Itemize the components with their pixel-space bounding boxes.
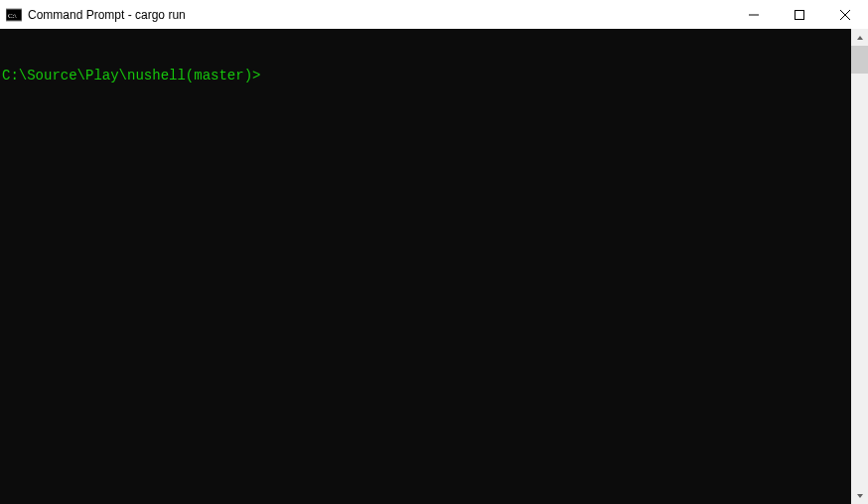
titlebar[interactable]: C:\ Command Prompt - cargo run: [0, 0, 868, 29]
window-title: Command Prompt - cargo run: [28, 8, 186, 22]
chevron-down-icon: [856, 492, 864, 500]
scrollbar-track[interactable]: [851, 46, 868, 487]
prompt-branch: (master): [186, 67, 252, 84]
prompt-line: C:\Source\Play\nushell(master)>: [2, 67, 851, 84]
minimize-icon: [749, 10, 759, 20]
svg-rect-3: [796, 10, 804, 19]
close-button[interactable]: [822, 0, 868, 29]
window-controls: [731, 0, 868, 29]
minimize-button[interactable]: [731, 0, 777, 29]
window: C:\ Command Prompt - cargo run: [0, 0, 868, 504]
prompt-symbol: >: [252, 67, 260, 84]
scrollbar-thumb[interactable]: [851, 46, 868, 74]
terminal-output[interactable]: C:\Source\Play\nushell(master)>: [0, 29, 851, 504]
close-icon: [840, 10, 850, 20]
svg-marker-6: [857, 36, 863, 40]
prompt-path: C:\Source\Play\nushell: [2, 67, 186, 84]
maximize-icon: [795, 10, 804, 20]
app-icon: C:\: [6, 7, 22, 23]
svg-text:C:\: C:\: [8, 12, 17, 20]
svg-marker-7: [857, 494, 863, 498]
client-area: C:\Source\Play\nushell(master)>: [0, 29, 868, 504]
scrollbar-down-button[interactable]: [851, 487, 868, 504]
maximize-button[interactable]: [777, 0, 822, 29]
chevron-up-icon: [856, 34, 864, 42]
scrollbar-up-button[interactable]: [851, 29, 868, 46]
vertical-scrollbar[interactable]: [851, 29, 868, 504]
